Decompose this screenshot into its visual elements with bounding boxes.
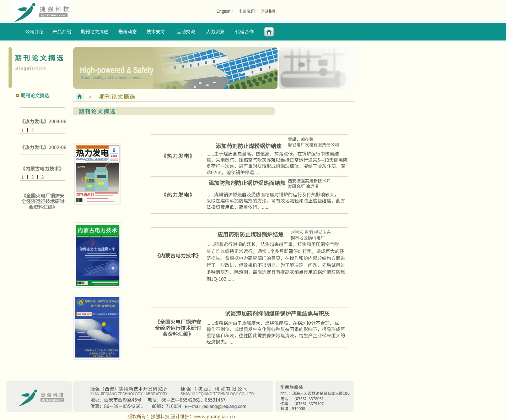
svg-text:JQ TECHNOLOGY: JQ TECHNOLOGY [40, 14, 66, 17]
svg-text::: : [232, 9, 233, 13]
svg-text:THE SERVICE: THE SERVICE [76, 313, 92, 316]
svg-text:CHNT: CHNT [77, 165, 86, 168]
svg-text:High-powered & Safety: High-powered & Safety [80, 65, 154, 75]
svg-text::: : [257, 9, 258, 13]
svg-text:Good quality and the best serv: Good quality and the best service... [81, 75, 143, 80]
svg-text:THERMAL POWER GENERATION: THERMAL POWER GENERATION [76, 158, 108, 160]
svg-text:Disquisition: Disquisition [15, 66, 47, 71]
svg-text:SHAN XI JIEQIANG TECHNOLOGY CO: SHAN XI JIEQIANG TECHNOLOGY CO., LTD. [181, 392, 255, 396]
svg-text:3: 3 [91, 241, 94, 247]
svg-text:6: 6 [113, 147, 115, 153]
svg-text:JQ TECHNOLOGY: JQ TECHNOLOGY [42, 399, 63, 402]
svg-text:2004: 2004 [111, 154, 117, 158]
svg-text:>: > [88, 94, 91, 100]
svg-text:English: English [216, 9, 230, 14]
svg-text:XI AN JIEQIANG TECHNOLOGY LABO: XI AN JIEQIANG TECHNOLOGY LABORATORY [90, 392, 168, 396]
svg-text:E—mail:jieqiang@jieqiang.com: E—mail:jieqiang@jieqiang.com [185, 404, 246, 409]
